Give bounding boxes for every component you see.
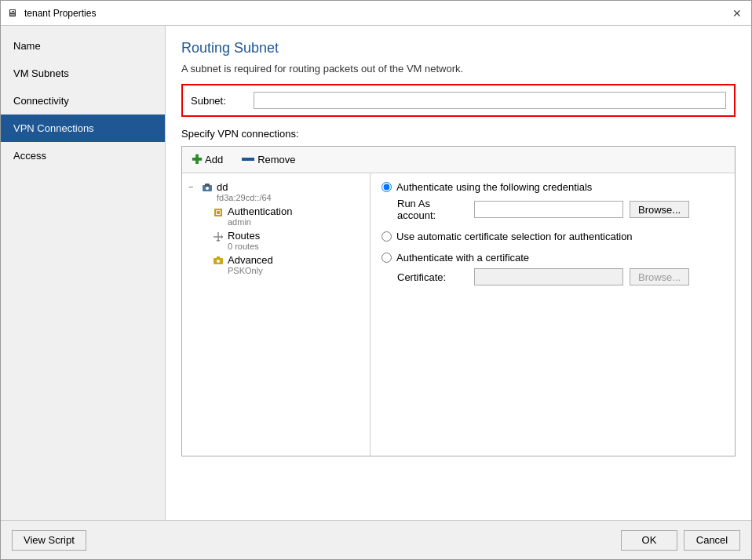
details-panel: Authenticate using the following credent… bbox=[371, 173, 735, 456]
routes-node-sub: 0 routes bbox=[228, 242, 260, 251]
auth-node-sub: admin bbox=[228, 217, 292, 227]
svg-point-11 bbox=[217, 260, 220, 263]
tree-children: Authentication admin bbox=[196, 204, 367, 277]
tree-node-authentication[interactable]: Authentication admin bbox=[196, 204, 367, 228]
run-as-browse-button[interactable]: Browse... bbox=[630, 201, 689, 218]
dialog-body: Name VM Subnets Connectivity VPN Connect… bbox=[1, 26, 751, 520]
subtitle: A subnet is required for routing packets… bbox=[181, 63, 736, 75]
title-bar-left: 🖥 tenant Properties bbox=[7, 7, 96, 20]
auth-node-text: Authentication admin bbox=[228, 205, 292, 227]
advanced-node-sub: PSKOnly bbox=[228, 266, 273, 275]
radio-option-certificate: Authenticate with a certificate Certific… bbox=[381, 252, 724, 285]
radio-option-credentials: Authenticate using the following credent… bbox=[381, 181, 724, 221]
add-label: Add bbox=[205, 154, 223, 165]
vpn-split: − dd fd3a:29cd::/64 bbox=[182, 173, 735, 456]
radio-row-credentials: Authenticate using the following credent… bbox=[381, 181, 724, 193]
certificate-browse-button[interactable]: Browse... bbox=[630, 268, 689, 285]
svg-marker-7 bbox=[221, 235, 223, 239]
radio-certificate-label: Authenticate with a certificate bbox=[396, 252, 529, 264]
tree-node-routes[interactable]: Routes 0 routes bbox=[196, 228, 367, 253]
remove-button[interactable]: Remove bbox=[239, 152, 298, 167]
close-button[interactable]: ✕ bbox=[729, 5, 745, 21]
sidebar-item-vpn-connections[interactable]: VPN Connections bbox=[1, 115, 165, 142]
sidebar: Name VM Subnets Connectivity VPN Connect… bbox=[1, 26, 166, 520]
tree-node-advanced[interactable]: Advanced PSKOnly bbox=[196, 253, 367, 277]
add-icon: ✚ bbox=[192, 152, 202, 167]
dialog: 🖥 tenant Properties ✕ Name VM Subnets Co… bbox=[0, 0, 752, 560]
remove-label: Remove bbox=[257, 154, 295, 165]
footer: View Script OK Cancel bbox=[1, 520, 751, 559]
footer-right: OK Cancel bbox=[621, 530, 740, 551]
certificate-field-row: Certificate: Browse... bbox=[397, 268, 724, 285]
routes-node-name: Routes bbox=[228, 230, 260, 242]
subnet-label: Subnet: bbox=[191, 95, 254, 107]
main-content: Routing Subnet A subnet is required for … bbox=[166, 26, 751, 520]
page-title: Routing Subnet bbox=[181, 40, 736, 56]
advanced-icon bbox=[211, 254, 225, 268]
vpn-section-label: Specify VPN connections: bbox=[181, 128, 736, 140]
run-as-field-row: Run As account: Browse... bbox=[397, 198, 724, 221]
tree-expander: − bbox=[188, 182, 198, 191]
tree-root-node[interactable]: − dd fd3a:29cd::/64 bbox=[185, 180, 367, 204]
sidebar-item-name[interactable]: Name bbox=[1, 32, 165, 60]
routes-node-text: Routes 0 routes bbox=[228, 230, 260, 251]
tree-root-text: dd fd3a:29cd::/64 bbox=[217, 181, 272, 202]
radio-row-certificate: Authenticate with a certificate bbox=[381, 252, 724, 264]
advanced-node-name: Advanced bbox=[228, 254, 273, 266]
svg-point-2 bbox=[206, 187, 209, 190]
svg-marker-9 bbox=[216, 240, 221, 242]
vpn-toolbar: ✚ Add Remove bbox=[182, 147, 735, 173]
run-as-input[interactable] bbox=[474, 201, 623, 218]
svg-rect-12 bbox=[217, 256, 220, 259]
sidebar-item-connectivity[interactable]: Connectivity bbox=[1, 87, 165, 115]
radio-credentials-label: Authenticate using the following credent… bbox=[396, 181, 592, 193]
subnet-box: Subnet: bbox=[181, 84, 736, 117]
advanced-node-text: Advanced PSKOnly bbox=[228, 254, 273, 275]
cancel-button[interactable]: Cancel bbox=[684, 530, 740, 551]
vpn-root-icon bbox=[200, 181, 214, 195]
sidebar-item-vm-subnets[interactable]: VM Subnets bbox=[1, 60, 165, 87]
remove-icon bbox=[242, 158, 254, 161]
title-icon: 🖥 bbox=[7, 7, 20, 20]
radio-auto-cert[interactable] bbox=[381, 231, 392, 242]
tree-panel: − dd fd3a:29cd::/64 bbox=[182, 173, 371, 456]
run-as-label: Run As account: bbox=[397, 198, 468, 221]
sidebar-item-access[interactable]: Access bbox=[1, 142, 165, 169]
radio-certificate[interactable] bbox=[381, 253, 392, 263]
radio-credentials[interactable] bbox=[381, 182, 392, 192]
auth-icon bbox=[211, 205, 225, 220]
certificate-label: Certificate: bbox=[397, 271, 468, 283]
radio-option-auto-cert: Use automatic certificate selection for … bbox=[381, 231, 724, 242]
title-text: tenant Properties bbox=[24, 8, 96, 19]
tree-root-name: dd bbox=[217, 181, 272, 193]
view-script-button[interactable]: View Script bbox=[12, 530, 86, 551]
vpn-area: ✚ Add Remove − bbox=[181, 146, 736, 456]
svg-rect-5 bbox=[217, 211, 220, 214]
radio-row-auto-cert: Use automatic certificate selection for … bbox=[381, 231, 724, 242]
auth-radio-group: Authenticate using the following credent… bbox=[381, 181, 724, 285]
auth-node-name: Authentication bbox=[228, 205, 292, 217]
radio-auto-cert-label: Use automatic certificate selection for … bbox=[396, 231, 633, 242]
add-button[interactable]: ✚ Add bbox=[188, 151, 226, 169]
certificate-input[interactable] bbox=[474, 268, 623, 285]
ok-button[interactable]: OK bbox=[621, 530, 677, 551]
svg-rect-1 bbox=[205, 184, 210, 187]
routes-icon bbox=[211, 230, 225, 244]
title-bar: 🖥 tenant Properties ✕ bbox=[1, 1, 751, 26]
subnet-input[interactable] bbox=[254, 92, 726, 109]
tree-root-sub: fd3a:29cd::/64 bbox=[217, 193, 272, 202]
